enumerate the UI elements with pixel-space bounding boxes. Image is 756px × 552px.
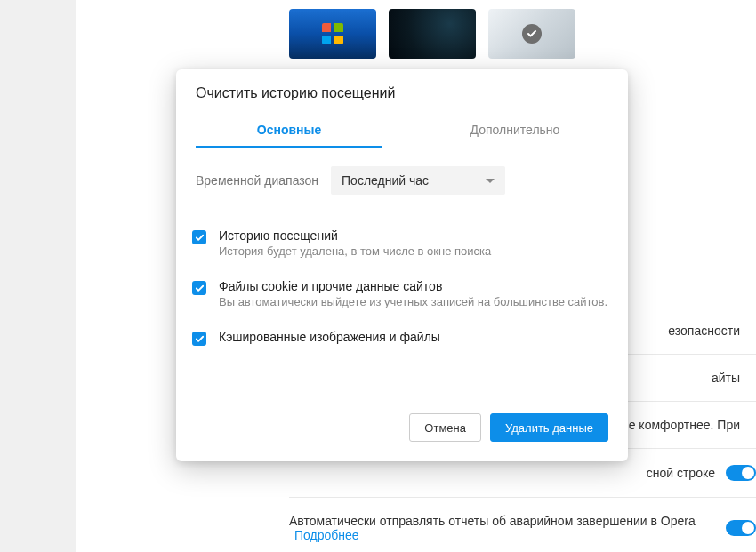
clear-history-dialog: Очистить историю посещений Основные Допо… xyxy=(176,69,628,461)
option-title: Кэшированные изображения и файлы xyxy=(219,330,608,344)
tab-basic[interactable]: Основные xyxy=(176,114,402,148)
option-title: Файлы cookie и прочие данные сайтов xyxy=(219,279,608,293)
tab-advanced[interactable]: Дополнительно xyxy=(402,114,628,148)
dialog-title: Очистить историю посещений xyxy=(176,69,628,114)
option-desc: Вы автоматически выйдете из учетных запи… xyxy=(219,295,608,308)
modal-overlay: Очистить историю посещений Основные Допо… xyxy=(0,0,756,552)
dialog-tabs: Основные Дополнительно xyxy=(176,114,628,148)
option-title: Историю посещений xyxy=(219,228,608,243)
option-cached-images[interactable]: Кэшированные изображения и файлы xyxy=(219,330,608,344)
checkbox-cookies[interactable] xyxy=(192,281,206,295)
chevron-down-icon xyxy=(486,179,495,183)
time-range-label: Временной диапазон xyxy=(196,173,318,188)
time-range-select[interactable]: Последний час xyxy=(331,166,505,195)
clear-data-button[interactable]: Удалить данные xyxy=(490,413,608,442)
time-range-value: Последний час xyxy=(342,173,429,188)
checkbox-browsing-history[interactable] xyxy=(192,230,206,244)
checkbox-cached-images[interactable] xyxy=(192,332,206,346)
option-desc: История будет удалена, в том числе в окн… xyxy=(219,244,608,258)
option-browsing-history[interactable]: Историю посещений История будет удалена,… xyxy=(219,228,608,258)
option-cookies[interactable]: Файлы cookie и прочие данные сайтов Вы а… xyxy=(219,279,608,308)
cancel-button[interactable]: Отмена xyxy=(409,413,481,442)
